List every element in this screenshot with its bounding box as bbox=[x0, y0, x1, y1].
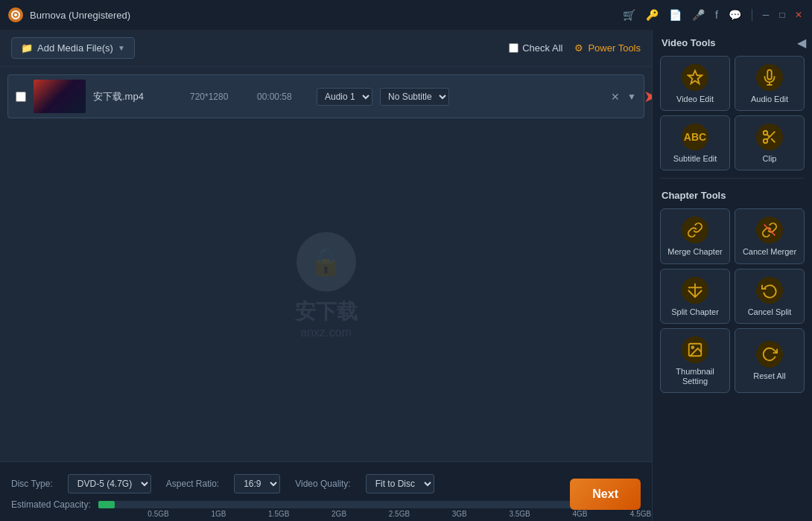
clip-icon bbox=[756, 124, 783, 150]
cancel-split-button[interactable]: Cancel Split bbox=[735, 269, 805, 324]
titlebar-right: 🛒 🔑 📄 🎤 f 💬 ─ □ ✕ bbox=[620, 7, 805, 22]
main-layout: 📁 Add Media File(s) ▼ Check All ⚙ Power … bbox=[0, 30, 812, 521]
audio-edit-icon bbox=[756, 64, 783, 91]
file-icon[interactable]: 📄 bbox=[666, 7, 685, 22]
watermark: 🔒 安下载 anxz.com bbox=[295, 232, 358, 339]
next-button-container: Next bbox=[570, 479, 641, 510]
estimated-capacity-label: Estimated Capacity: bbox=[11, 499, 91, 510]
tick-2.5gb: 2.5GB bbox=[389, 510, 410, 518]
check-all-checkbox[interactable] bbox=[509, 43, 518, 53]
media-filename: 安下载.mp4 bbox=[93, 90, 183, 103]
bottom-controls: Disc Type: DVD-5 (4.7G) Aspect Ratio: 16… bbox=[11, 474, 641, 493]
section-divider bbox=[660, 178, 805, 179]
split-chapter-icon bbox=[682, 277, 708, 304]
media-duration: 00:00:58 bbox=[257, 92, 309, 102]
chapter-tools-grid: Merge Chapter Cancel Merger bbox=[653, 205, 812, 397]
chat-icon[interactable]: 💬 bbox=[726, 7, 744, 22]
video-quality-select[interactable]: Fit to Disc bbox=[366, 474, 434, 493]
video-tools-grid: Video Edit Audio Edit ABC Subtitle Edit bbox=[653, 52, 812, 174]
cancel-merger-icon bbox=[756, 217, 783, 243]
right-panel: ◀ Video Tools Video Edit bbox=[652, 30, 812, 521]
svg-line-11 bbox=[764, 225, 775, 236]
video-tools-title: Video Tools bbox=[653, 30, 812, 52]
media-expand-icon[interactable]: ▼ bbox=[627, 92, 636, 102]
tick-1.5gb: 1.5GB bbox=[268, 510, 289, 518]
maximize-button[interactable]: □ bbox=[776, 9, 788, 21]
split-chapter-button[interactable]: Split Chapter bbox=[660, 269, 730, 324]
clip-button[interactable]: Clip bbox=[735, 115, 805, 170]
clip-label: Clip bbox=[763, 154, 777, 164]
close-button[interactable]: ✕ bbox=[793, 9, 805, 21]
minimize-button[interactable]: ─ bbox=[760, 9, 772, 21]
tick-2gb: 2GB bbox=[332, 510, 346, 518]
aspect-ratio-select[interactable]: 16:9 bbox=[234, 474, 280, 493]
svg-point-14 bbox=[691, 346, 694, 348]
toolbar-right: Check All ⚙ Power Tools bbox=[509, 42, 641, 54]
capacity-bar: 0.5GB 1GB 1.5GB 2GB 2.5GB 3GB 3.5GB 4GB … bbox=[98, 501, 641, 508]
svg-marker-3 bbox=[688, 71, 702, 83]
app-title: Burnova (Unregistered) bbox=[30, 10, 130, 21]
add-media-icon: 📁 bbox=[21, 42, 33, 54]
subtitle-select[interactable]: No Subtitle bbox=[380, 88, 449, 106]
svg-line-9 bbox=[771, 138, 775, 142]
video-edit-icon bbox=[682, 64, 708, 91]
key-icon[interactable]: 🔑 bbox=[643, 7, 662, 22]
watermark-subtext: anxz.com bbox=[295, 326, 358, 339]
media-close-icon[interactable]: ✕ bbox=[611, 91, 620, 103]
video-quality-label: Video Quality: bbox=[295, 479, 351, 489]
chapter-tools-title: Chapter Tools bbox=[653, 182, 812, 205]
capacity-row: Estimated Capacity: 0.5GB 1GB 1.5GB 2GB … bbox=[11, 499, 641, 510]
subtitle-edit-icon: ABC bbox=[682, 124, 708, 150]
facebook-icon[interactable]: f bbox=[712, 7, 721, 22]
dropdown-arrow-icon: ▼ bbox=[118, 44, 125, 52]
svg-point-7 bbox=[764, 139, 768, 144]
audio-edit-label: Audio Edit bbox=[751, 95, 788, 104]
aspect-ratio-label: Aspect Ratio: bbox=[166, 479, 219, 489]
video-edit-label: Video Edit bbox=[676, 95, 714, 104]
cancel-split-icon bbox=[756, 277, 783, 304]
next-button[interactable]: Next bbox=[570, 479, 641, 510]
titlebar: Burnova (Unregistered) 🛒 🔑 📄 🎤 f 💬 ─ □ ✕ bbox=[0, 0, 812, 30]
tick-1gb: 1GB bbox=[211, 510, 226, 518]
svg-line-10 bbox=[767, 135, 770, 138]
watermark-text: 安下载 bbox=[295, 298, 358, 326]
thumbnail-setting-button[interactable]: Thumbnail Setting bbox=[660, 328, 730, 393]
tick-3.5gb: 3.5GB bbox=[509, 510, 530, 518]
disc-type-select[interactable]: DVD-5 (4.7G) bbox=[68, 474, 151, 493]
svg-point-6 bbox=[764, 131, 768, 135]
divider bbox=[752, 9, 752, 21]
audio-select[interactable]: Audio 1 bbox=[317, 88, 372, 106]
red-arrow-icon: ➤ bbox=[644, 87, 652, 106]
mic-icon[interactable]: 🎤 bbox=[689, 7, 708, 22]
reset-all-label: Reset All bbox=[753, 371, 785, 381]
subtitle-edit-label: Subtitle Edit bbox=[673, 154, 717, 164]
app-logo bbox=[7, 7, 24, 23]
reset-all-icon bbox=[756, 341, 783, 368]
watermark-icon: 🔒 bbox=[296, 232, 356, 292]
subtitle-edit-button[interactable]: ABC Subtitle Edit bbox=[660, 115, 730, 170]
video-edit-button[interactable]: Video Edit bbox=[660, 56, 730, 111]
check-all-label[interactable]: Check All bbox=[509, 42, 562, 54]
merge-chapter-button[interactable]: Merge Chapter bbox=[660, 208, 730, 263]
panel-collapse-icon[interactable]: ◀ bbox=[797, 36, 806, 50]
tick-0.5gb: 0.5GB bbox=[148, 510, 168, 518]
media-resolution: 720*1280 bbox=[190, 92, 250, 102]
add-media-label: Add Media File(s) bbox=[37, 42, 113, 54]
disc-type-label: Disc Type: bbox=[11, 479, 53, 489]
capacity-bar-fill bbox=[98, 501, 115, 508]
cancel-merger-button[interactable]: Cancel Merger bbox=[735, 208, 805, 263]
audio-edit-button[interactable]: Audio Edit bbox=[735, 56, 805, 111]
media-thumbnail bbox=[34, 80, 86, 113]
merge-chapter-icon bbox=[682, 217, 708, 243]
tick-4.5gb: 4.5GB bbox=[630, 510, 651, 518]
add-media-button[interactable]: 📁 Add Media File(s) ▼ bbox=[11, 37, 135, 59]
svg-point-2 bbox=[14, 13, 17, 16]
power-tools-button[interactable]: ⚙ Power Tools bbox=[574, 42, 641, 54]
media-item-checkbox[interactable] bbox=[16, 92, 26, 102]
cart-icon[interactable]: 🛒 bbox=[620, 7, 638, 22]
reset-all-button[interactable]: Reset All bbox=[735, 328, 805, 393]
power-tools-icon: ⚙ bbox=[574, 42, 583, 54]
cancel-split-label: Cancel Split bbox=[748, 307, 792, 317]
tick-4gb: 4GB bbox=[572, 510, 587, 518]
cancel-merger-label: Cancel Merger bbox=[743, 247, 796, 257]
